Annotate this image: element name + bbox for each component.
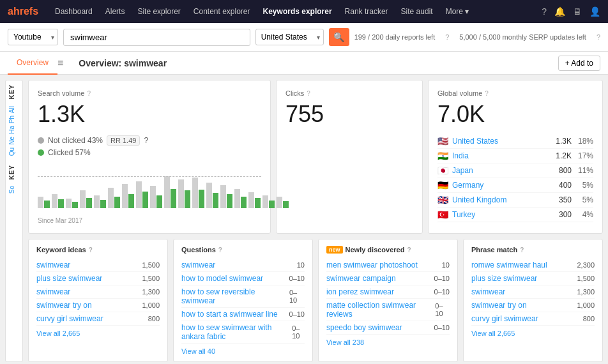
top-cards-row: Search volume ? 1.3K Not clicked 43% RR … [28,80,603,234]
chart-dashed-line [38,176,261,177]
bar-green [269,201,275,208]
nav-site-audit[interactable]: Site audit [395,0,439,23]
bar-group [220,185,232,208]
keyword-link[interactable]: swimwear [36,261,70,269]
sidebar-so[interactable]: So [8,185,15,195]
keyword-link[interactable]: curvy girl swimwear [36,314,103,323]
country-volume: 1.3K [549,137,572,146]
nav-content-explorer[interactable]: Content explorer [187,0,257,23]
country-name[interactable]: India [452,151,545,160]
nav-rank-tracker[interactable]: Rank tracker [338,0,395,23]
keyword-link[interactable]: speedo boy swimwear [326,323,402,332]
menu-icon[interactable]: ≡ [57,57,63,69]
subnav-overview[interactable]: Overview [8,52,57,75]
country-name[interactable]: United States [452,137,545,146]
bar-grey [38,197,43,208]
rr-help-icon[interactable]: ? [144,136,148,145]
keyword-volume: 0–10 [289,310,305,318]
clicks-card: Clicks ? 755 [276,80,423,234]
help-icon[interactable]: ? [542,6,547,17]
sidebar-ph[interactable]: Ph [8,114,15,125]
search-input[interactable] [63,29,250,46]
keyword-link[interactable]: men swimwear photoshoot [326,261,418,269]
user-icon[interactable]: 👤 [589,6,600,17]
bar-grey [262,195,268,208]
notification-icon[interactable]: 🔔 [554,6,565,17]
platform-select[interactable]: Youtube Google Amazon [8,29,58,45]
keyword-link[interactable]: matte collection swimwear reviews [326,301,435,319]
clicks-help-icon[interactable]: ? [307,90,310,97]
country-percent: 11% [575,166,593,175]
country-name[interactable]: Germany [452,181,545,190]
nav-dashboard[interactable]: Dashboard [49,0,99,23]
nav-keywords-explorer[interactable]: Keywords explorer [257,0,338,23]
keyword-link[interactable]: swimwear [36,287,70,296]
volume-help-icon[interactable]: ? [87,90,91,97]
country-percent: 18% [575,137,593,146]
keyword-volume: 0–10 [434,288,450,296]
logo[interactable]: ahrefs [8,6,38,17]
keyword-link[interactable]: swimwear try on [36,301,92,310]
sidebar-ne[interactable]: Ne [8,135,15,146]
keyword-link[interactable]: curvy girl swimwear [471,314,538,323]
keyword-link[interactable]: swimwear campaign [326,274,396,283]
keyword-link[interactable]: how to sew swimwear with ankara fabric [181,323,292,341]
help-reports-icon[interactable]: ? [445,33,449,41]
keyword-link[interactable]: swimwear [181,261,215,269]
country-volume: 1.2K [549,151,572,160]
global-help-icon[interactable]: ? [485,90,489,97]
help-serp-icon[interactable]: ? [597,33,600,41]
search-button[interactable]: 🔍 [329,28,349,46]
country-select-wrapper[interactable]: United States India Japan ▾ [255,29,324,45]
country-name[interactable]: United Kingdom [452,195,545,204]
bottom-card-help-icon[interactable]: ? [89,246,93,254]
keyword-volume: 1,500 [142,275,160,282]
nav-more[interactable]: More ▾ [439,0,476,23]
country-name[interactable]: Turkey [452,210,545,219]
bottom-card-help-icon[interactable]: ? [407,246,411,254]
sidebar-qu[interactable]: Qu [8,146,15,157]
country-list: 🇺🇸 United States 1.3K 18% 🇮🇳 India 1.2K … [437,134,593,222]
view-all-link[interactable]: View all 2,665 [36,330,160,337]
sidebar-all[interactable]: All [8,105,15,114]
bottom-card-help-icon[interactable]: ? [218,246,222,254]
keyword-link[interactable]: plus size swimwear [471,274,537,283]
keyword-link[interactable]: swimwear try on [471,301,527,310]
bottom-card-help-icon[interactable]: ? [520,246,524,254]
nav-alerts[interactable]: Alerts [99,0,132,23]
view-all-link[interactable]: View all 238 [326,338,450,346]
bar-group [150,186,162,208]
nav-site-explorer[interactable]: Site explorer [131,0,186,23]
keyword-link[interactable]: plus size swimwear [36,274,102,283]
country-volume: 400 [549,181,572,190]
keyword-link[interactable]: how to start a swimwear line [181,310,278,319]
bar-group [80,190,92,208]
keyword-link[interactable]: swimwear [471,287,505,296]
bar-group [192,178,204,208]
country-name[interactable]: Japan [452,166,545,175]
bar-group [108,188,120,208]
keyword-volume: 2,300 [577,261,595,269]
top-navigation: ahrefs Dashboard Alerts Site explorer Co… [0,0,608,23]
monitor-icon[interactable]: 🖥 [573,6,582,17]
bottom-section: Keyword ideas? swimwear 1,500 plus size … [28,239,603,362]
bar-green [142,192,148,208]
view-all-link[interactable]: View all 40 [181,347,305,355]
view-all-link[interactable]: View all 2,665 [471,330,595,337]
platform-select-wrapper[interactable]: Youtube Google Amazon ▾ [8,29,58,45]
keyword-link[interactable]: how to sew reversible swimwear [181,287,289,305]
country-select[interactable]: United States India Japan [255,29,324,45]
bar-group [94,195,106,208]
keyword-row: how to model swimwear 0–10 [181,272,305,285]
keyword-row: swimwear campaign 0–10 [326,272,450,285]
keyword-link[interactable]: ion perez swimwear [326,287,394,296]
country-flag: 🇯🇵 [437,165,448,176]
keyword-link[interactable]: romwe swimwear haul [471,261,547,269]
keyword-row: how to sew reversible swimwear 0–10 [181,285,305,308]
sidebar-ha[interactable]: Ha [8,125,15,135]
add-to-button[interactable]: + Add to [558,56,600,71]
keyword-volume: 0–10 [289,289,305,304]
keyword-row: swimwear 1,300 [471,285,595,299]
keyword-link[interactable]: how to model swimwear [181,274,263,283]
country-percent: 5% [575,195,593,204]
